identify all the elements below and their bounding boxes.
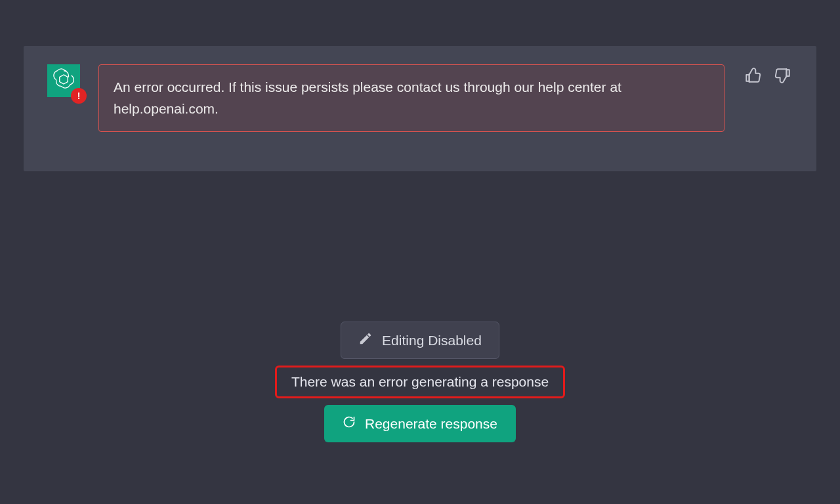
bottom-controls: Editing Disabled There was an error gene… — [0, 322, 840, 442]
regenerate-label: Regenerate response — [365, 416, 497, 432]
editing-disabled-label: Editing Disabled — [382, 333, 482, 348]
generation-error-banner: There was an error generating a response — [275, 366, 565, 398]
thumbs-down-button[interactable] — [773, 67, 793, 87]
generation-error-text: There was an error generating a response — [291, 374, 549, 389]
feedback-group — [743, 64, 793, 87]
error-badge-icon: ! — [71, 88, 87, 104]
assistant-avatar-wrap: ! — [47, 64, 80, 97]
error-badge-glyph: ! — [77, 91, 81, 100]
assistant-message-row: ! An error occurred. If this issue persi… — [24, 46, 816, 171]
regenerate-button[interactable]: Regenerate response — [324, 405, 516, 442]
thumbs-down-icon — [774, 67, 791, 87]
assistant-error-box: An error occurred. If this issue persist… — [98, 64, 724, 132]
svg-marker-0 — [60, 75, 68, 84]
thumbs-up-button[interactable] — [743, 67, 763, 87]
thumbs-up-icon — [744, 67, 761, 87]
openai-logo-icon — [52, 68, 75, 93]
pen-icon — [358, 331, 373, 349]
refresh-icon — [343, 415, 356, 432]
assistant-error-text: An error occurred. If this issue persist… — [114, 79, 621, 116]
editing-disabled-badge: Editing Disabled — [341, 322, 499, 359]
chat-page: ! An error occurred. If this issue persi… — [0, 0, 840, 171]
